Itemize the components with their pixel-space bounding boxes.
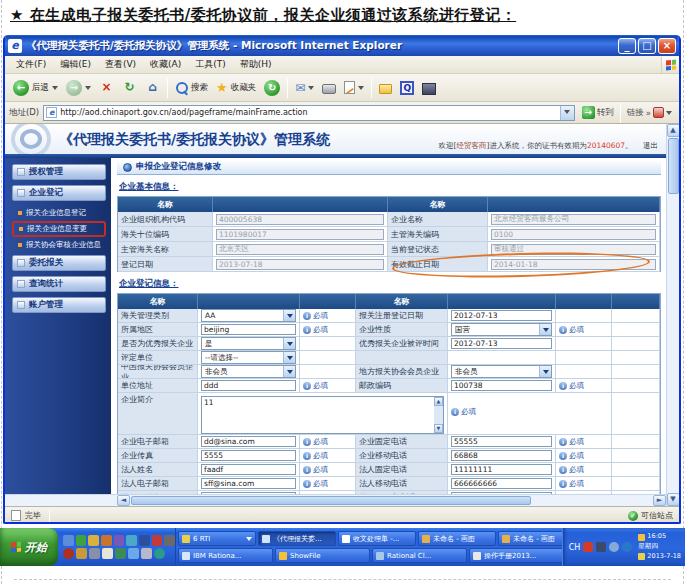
search-button[interactable]: 搜索 <box>171 79 212 96</box>
sidebar-item-entrust-declaration[interactable]: 委托报关 <box>12 255 106 271</box>
qq-button[interactable]: Q <box>396 79 418 97</box>
postcode-input[interactable] <box>451 380 552 391</box>
quicklaunch-icon[interactable] <box>101 535 112 546</box>
china-association-select[interactable]: 非会员 <box>201 365 296 378</box>
task-button-paint1[interactable]: 未命名 - 画图 <box>418 531 496 546</box>
region-input[interactable] <box>201 324 296 335</box>
edit-button[interactable] <box>340 79 368 96</box>
rating-unit-select[interactable]: --请选择-- <box>201 351 296 364</box>
expiry-date-field[interactable] <box>491 259 656 270</box>
task-button-manual[interactable]: 操作手册2013... <box>469 548 562 563</box>
links-area[interactable]: 链接 » <box>624 107 675 119</box>
stop-button[interactable]: × <box>95 78 118 97</box>
sidebar-link-info-register[interactable]: 报关企业信息登记 <box>12 206 106 220</box>
quicklaunch-icon[interactable] <box>152 535 163 546</box>
company-fax-input[interactable] <box>201 450 296 461</box>
vertical-scrollbar[interactable]: ▲ ▼ <box>666 124 679 506</box>
sidebar-link-info-change[interactable]: 报关企业信息变更 <box>12 221 106 237</box>
task-button-doc[interactable]: 收文处理单 -... <box>338 531 416 546</box>
company-name-field[interactable] <box>491 214 656 225</box>
company-email-input[interactable] <box>201 436 296 447</box>
quicklaunch-icon[interactable] <box>141 548 152 559</box>
company-phone-input[interactable] <box>451 436 552 447</box>
refresh-button[interactable]: ↻ <box>118 78 141 97</box>
scroll-right-icon[interactable]: ► <box>653 495 666 506</box>
registration-date-field[interactable] <box>216 259 384 270</box>
minimize-button[interactable]: _ <box>618 38 636 54</box>
print-button[interactable] <box>318 79 340 96</box>
company-intro-textarea[interactable]: 11 <box>201 396 444 434</box>
legal-email-input[interactable] <box>201 478 296 489</box>
company-mobile-input[interactable] <box>451 450 552 461</box>
master-customs-code-field[interactable] <box>491 229 656 240</box>
quicklaunch-icon[interactable] <box>139 535 150 546</box>
home-button[interactable]: ⌂ <box>141 78 164 97</box>
scrollbar-thumb[interactable] <box>668 138 679 194</box>
excellent-broker-select[interactable]: 是 <box>201 337 296 350</box>
logout-link[interactable]: 退出 <box>643 141 658 150</box>
forward-dropdown-icon[interactable] <box>85 86 91 93</box>
start-button[interactable]: 开始 <box>0 528 58 566</box>
sidebar-item-authorization[interactable]: 授权管理 <box>12 164 106 180</box>
quicklaunch-icon[interactable] <box>89 548 100 559</box>
history-button[interactable]: ↻ <box>260 78 284 98</box>
task-button-showfile[interactable]: ShowFile <box>275 548 370 563</box>
network-icon[interactable] <box>622 542 632 552</box>
scroll-left-icon[interactable]: ◄ <box>117 495 130 506</box>
legal-mobile-input[interactable] <box>451 478 552 489</box>
quicklaunch-icon[interactable] <box>63 548 74 559</box>
maximize-button[interactable]: □ <box>638 38 656 54</box>
quicklaunch-icon[interactable] <box>126 535 137 546</box>
forward-button[interactable]: → <box>62 78 95 98</box>
task-button-paint2[interactable]: 未命名 - 画图 <box>498 531 562 546</box>
quicklaunch-icon[interactable] <box>63 535 74 546</box>
quicklaunch-icon[interactable] <box>88 535 99 546</box>
window-titlebar[interactable]: e 《代理报关委托书/委托报关协议》管理系统 - Microsoft Inter… <box>5 35 679 56</box>
menu-favorites[interactable]: 收藏(A) <box>143 56 188 73</box>
local-association-select[interactable]: 非会员 <box>451 365 552 378</box>
scroll-up-icon[interactable]: ▲ <box>667 124 680 137</box>
mail-button[interactable]: ✉ <box>291 79 318 97</box>
menu-tools[interactable]: 工具(T) <box>188 56 233 73</box>
customs-category-select[interactable]: AA <box>201 309 296 322</box>
sidebar-item-query-statistics[interactable]: 查询统计 <box>12 276 106 292</box>
menu-help[interactable]: 帮助(H) <box>233 56 279 73</box>
discuss-button[interactable] <box>375 79 396 96</box>
enterprise-nature-select[interactable]: 国营 <box>451 323 552 336</box>
menu-view[interactable]: 查看(V) <box>98 56 143 73</box>
mail-dropdown-icon[interactable] <box>308 86 314 93</box>
tools-plugin-button[interactable] <box>418 79 440 97</box>
quicklaunch-icon[interactable] <box>115 548 126 559</box>
textarea-scrollbar[interactable]: ▲▼ <box>434 397 443 433</box>
scroll-down-icon[interactable]: ▼ <box>667 493 680 506</box>
scrollbar-thumb[interactable] <box>131 496 531 505</box>
task-button-ie[interactable]: 《代理报关委... <box>258 531 336 546</box>
legal-name-input[interactable] <box>201 464 296 475</box>
award-date-input[interactable] <box>451 338 552 349</box>
org-code-field[interactable] <box>216 214 384 225</box>
register-date-input[interactable] <box>451 310 552 321</box>
customs-code-field[interactable] <box>216 229 384 240</box>
task-button-group[interactable]: 6 RTI <box>178 531 256 546</box>
edit-dropdown-icon[interactable] <box>358 86 364 93</box>
links-dropdown-icon[interactable] <box>666 111 672 118</box>
task-button-rational-cl[interactable]: Rational Cl... <box>372 548 467 563</box>
links-chevron-icon[interactable]: » <box>646 108 651 118</box>
sidebar-link-association-review[interactable]: 报关协会审核企业信息 <box>12 238 106 252</box>
quicklaunch-icon[interactable] <box>114 535 125 546</box>
ime-indicator[interactable]: CH <box>569 543 581 552</box>
volume-icon[interactable] <box>609 542 619 552</box>
legal-phone-input[interactable] <box>451 464 552 475</box>
address-dropdown-icon[interactable] <box>560 106 574 120</box>
quicklaunch-icon[interactable] <box>128 548 139 559</box>
go-button[interactable]: → 转到 <box>579 106 617 119</box>
quicklaunch-icon[interactable] <box>164 535 175 546</box>
address-input-field[interactable] <box>201 380 296 391</box>
quicklaunch-icon[interactable] <box>154 548 165 559</box>
sidebar-item-enterprise-registration[interactable]: 企业登记 <box>12 185 106 201</box>
menu-edit[interactable]: 编辑(E) <box>53 56 98 73</box>
sogou-icon[interactable] <box>583 542 593 552</box>
quicklaunch-icon[interactable] <box>102 548 113 559</box>
clock[interactable]: 16:05 星期四 2013-7-18 <box>635 532 681 561</box>
horizontal-scrollbar[interactable]: ◄ ► <box>5 494 666 506</box>
